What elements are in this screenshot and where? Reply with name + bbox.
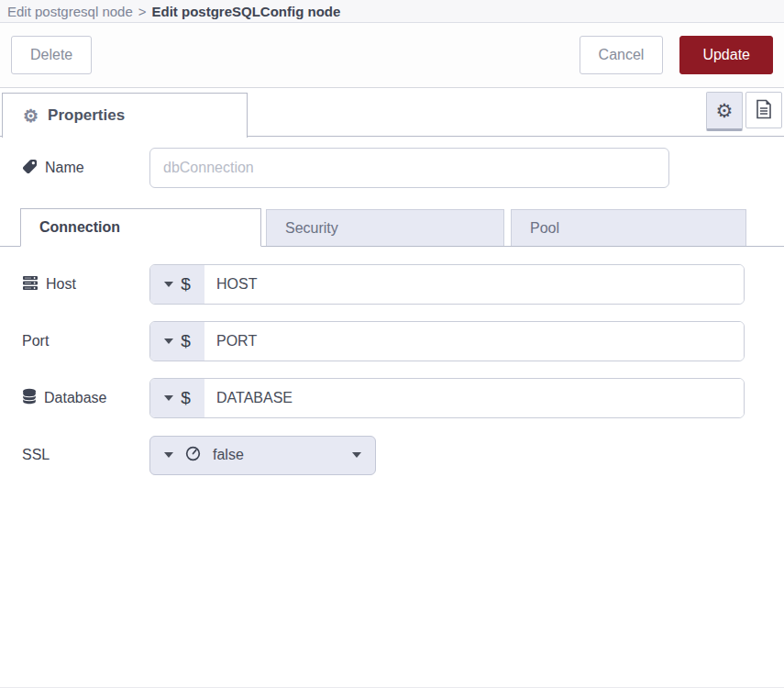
ssl-row: SSL false xyxy=(22,435,784,475)
update-button[interactable]: Update xyxy=(679,36,773,74)
tab-connection[interactable]: Connection xyxy=(20,208,261,247)
name-row: Name xyxy=(22,148,784,188)
database-type-select-button[interactable]: $ xyxy=(150,379,204,417)
ssl-label: SSL xyxy=(22,447,149,463)
chevron-down-icon xyxy=(164,338,173,344)
port-input[interactable] xyxy=(204,322,744,361)
gear-icon: ⚙ xyxy=(716,101,734,120)
host-input[interactable] xyxy=(204,265,744,304)
delete-button[interactable]: Delete xyxy=(11,36,92,74)
tab-security[interactable]: Security xyxy=(266,209,504,246)
breadcrumb-parent-link[interactable]: Edit postgresql node xyxy=(7,4,133,19)
ssl-value: false xyxy=(213,447,340,463)
chevron-down-icon xyxy=(352,452,361,458)
database-input[interactable] xyxy=(204,379,744,417)
env-var-icon: $ xyxy=(181,331,191,351)
host-label: Host xyxy=(22,275,149,294)
node-description-button[interactable] xyxy=(745,92,782,128)
port-label: Port xyxy=(22,333,149,350)
tab-properties-label: Properties xyxy=(48,106,125,125)
env-var-icon: $ xyxy=(181,274,191,294)
bool-icon xyxy=(185,446,201,465)
port-label-text: Port xyxy=(22,333,49,350)
host-label-text: Host xyxy=(46,276,76,293)
tab-properties[interactable]: ⚙ Properties xyxy=(2,93,248,138)
name-input[interactable] xyxy=(149,148,669,188)
tab-pool[interactable]: Pool xyxy=(511,209,746,246)
database-label: Database xyxy=(22,388,149,408)
breadcrumb-current: Edit postgreSQLConfig node xyxy=(152,4,341,19)
editor-tabbar: ⚙ Properties ⚙ xyxy=(0,88,784,137)
port-type-select-button[interactable]: $ xyxy=(150,322,204,361)
port-row: Port $ xyxy=(22,321,784,361)
name-label-text: Name xyxy=(45,160,84,176)
ssl-label-text: SSL xyxy=(22,447,50,463)
tag-icon xyxy=(22,159,38,178)
breadcrumb: Edit postgresql node > Edit postgreSQLCo… xyxy=(0,0,784,23)
database-icon xyxy=(22,388,37,408)
database-row: Database $ xyxy=(22,378,784,418)
edit-config-dialog: Edit postgresql node > Edit postgreSQLCo… xyxy=(0,0,784,688)
database-label-text: Database xyxy=(44,390,107,406)
properties-form: Name Connection Security Pool xyxy=(0,137,784,475)
host-type-select-button[interactable]: $ xyxy=(150,265,204,304)
cancel-button[interactable]: Cancel xyxy=(580,36,664,74)
database-typed-input: $ xyxy=(149,378,745,418)
server-icon xyxy=(22,275,39,294)
gear-icon: ⚙ xyxy=(23,107,39,125)
chevron-down-icon xyxy=(164,395,173,401)
doc-icon xyxy=(755,99,773,122)
ssl-select[interactable]: false xyxy=(149,436,376,475)
port-typed-input: $ xyxy=(149,321,745,361)
chevron-down-icon xyxy=(164,452,173,458)
dialog-toolbar: Delete Cancel Update xyxy=(0,23,784,88)
config-tabs: Connection Security Pool xyxy=(0,208,784,247)
name-label: Name xyxy=(22,159,149,178)
node-settings-button[interactable]: ⚙ xyxy=(706,92,743,131)
host-row: Host $ xyxy=(22,264,784,305)
env-var-icon: $ xyxy=(181,388,191,408)
chevron-down-icon xyxy=(164,282,173,287)
host-typed-input: $ xyxy=(149,264,745,305)
breadcrumb-separator: > xyxy=(138,4,147,19)
